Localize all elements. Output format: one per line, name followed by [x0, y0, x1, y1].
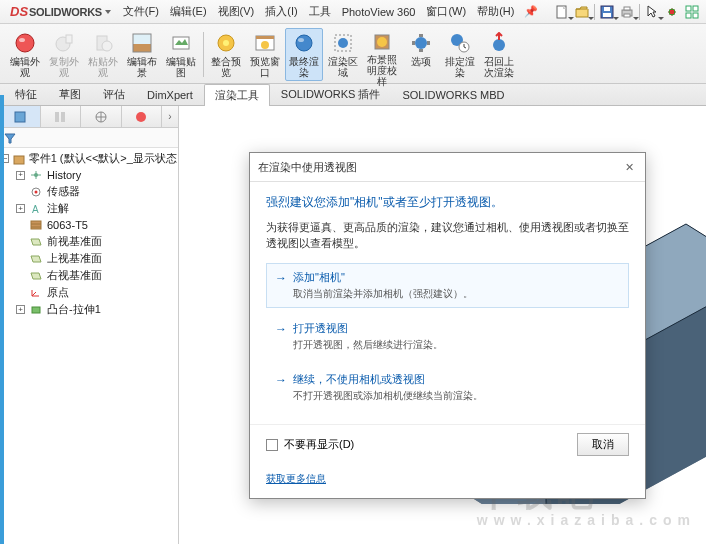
svg-text:A: A	[32, 204, 39, 215]
sidetab-config[interactable]	[81, 106, 122, 127]
tree-item[interactable]: 6063-T5	[0, 217, 178, 233]
rib-recall-render[interactable]: 召回上次渲染	[480, 28, 518, 81]
svg-rect-3	[604, 7, 610, 11]
sidetab-appearance[interactable]	[122, 106, 163, 127]
tree-item[interactable]: 右视基准面	[0, 267, 178, 284]
history-icon	[28, 168, 44, 182]
qat-rebuild[interactable]	[662, 3, 682, 21]
expand-icon[interactable]: +	[16, 171, 25, 180]
rib-copy-appearance[interactable]: 复制外观	[45, 28, 83, 81]
extrude-icon	[28, 303, 44, 317]
option-add-camera[interactable]: →添加"相机" 取消当前渲染并添加相机（强烈建议）。	[266, 263, 629, 308]
tree-item[interactable]: 上视基准面	[0, 250, 178, 267]
tree-item[interactable]: 前视基准面	[0, 233, 178, 250]
tab-sw-mbd[interactable]: SOLIDWORKS MBD	[391, 85, 515, 105]
menu-edit[interactable]: 编辑(E)	[165, 1, 212, 22]
rib-options[interactable]: 选项	[402, 28, 440, 81]
rib-final-render[interactable]: 最终渲染	[285, 28, 323, 81]
rib-lighting-proof[interactable]: 布景照明度校样	[363, 28, 401, 81]
dont-show-label[interactable]: 不要再显示(D)	[284, 437, 354, 452]
tab-dimxpert[interactable]: DimXpert	[136, 85, 204, 105]
svg-rect-44	[61, 112, 65, 122]
close-icon[interactable]: ✕	[621, 159, 637, 175]
svg-point-13	[16, 34, 34, 52]
svg-rect-35	[419, 34, 423, 37]
arrow-icon: →	[275, 373, 287, 387]
plane-icon	[28, 252, 44, 266]
rib-edit-scene[interactable]: 编辑布景	[123, 28, 161, 81]
cancel-button[interactable]: 取消	[577, 433, 629, 456]
window-edge	[0, 95, 4, 544]
menu-window[interactable]: 窗口(W)	[421, 1, 471, 22]
svg-rect-2	[603, 13, 611, 17]
menu-insert[interactable]: 插入(I)	[260, 1, 302, 22]
svg-rect-38	[427, 41, 430, 45]
svg-point-14	[19, 38, 25, 42]
dont-show-checkbox[interactable]	[266, 439, 278, 451]
sidetab-tree[interactable]	[0, 106, 41, 127]
tree-item[interactable]: +A注解	[0, 200, 178, 217]
expand-icon[interactable]: +	[16, 305, 25, 314]
tree-root[interactable]: − 零件1 (默认<<默认>_显示状态 1>)	[0, 150, 178, 167]
svg-point-48	[34, 173, 38, 177]
menu-help[interactable]: 帮助(H)	[472, 1, 519, 22]
plane-icon	[28, 235, 44, 249]
svg-rect-52	[31, 221, 41, 229]
qat-settings[interactable]	[682, 3, 702, 21]
option-open-perspective[interactable]: →打开透视图 打开透视图，然后继续进行渲染。	[266, 314, 629, 359]
menu-file[interactable]: 文件(F)	[118, 1, 164, 22]
tab-evaluate[interactable]: 评估	[92, 83, 136, 106]
sidetab-expand[interactable]: ›	[162, 106, 178, 127]
svg-rect-20	[133, 34, 151, 44]
qat-save[interactable]	[597, 3, 617, 21]
origin-icon	[28, 286, 44, 300]
svg-rect-19	[133, 44, 151, 52]
tree-item[interactable]: 传感器	[0, 183, 178, 200]
filter-row	[0, 128, 178, 148]
qat-print[interactable]	[617, 3, 637, 21]
tree-item[interactable]: 原点	[0, 284, 178, 301]
rib-render-region[interactable]: 渲染区域	[324, 28, 362, 81]
tab-sw-addins[interactable]: SOLIDWORKS 插件	[270, 83, 392, 106]
svg-rect-26	[256, 36, 274, 39]
filter-icon[interactable]	[4, 132, 16, 144]
svg-rect-10	[693, 6, 698, 11]
option-continue[interactable]: →继续，不使用相机或透视图 不打开透视图或添加相机便继续当前渲染。	[266, 365, 629, 410]
rib-paste-appearance[interactable]: 粘贴外观	[84, 28, 122, 81]
pin-icon[interactable]: 📌	[524, 5, 538, 18]
menu-photoview[interactable]: PhotoView 360	[337, 3, 421, 21]
tree-item[interactable]: +History	[0, 167, 178, 183]
annotation-icon: A	[28, 202, 44, 216]
dialog-footer: 不要再显示(D) 取消	[250, 424, 645, 466]
rib-preview-window[interactable]: 预览窗口	[246, 28, 284, 81]
rib-edit-decal[interactable]: 编辑贴图	[162, 28, 200, 81]
svg-point-31	[338, 38, 348, 48]
command-tabs: 特征 草图 评估 DimXpert 渲染工具 SOLIDWORKS 插件 SOL…	[0, 84, 706, 106]
svg-point-18	[102, 41, 112, 51]
perspective-dialog: 在渲染中使用透视图 ✕ 强烈建议您添加"相机"或者至少打开透视图。 为获得更逼真…	[249, 152, 646, 499]
rib-preview-integrate[interactable]: 整合预览	[207, 28, 245, 81]
feature-manager: › − 零件1 (默认<<默认>_显示状态 1>) +History 传感器 +…	[0, 106, 179, 544]
tree-item[interactable]: +凸台-拉伸1	[0, 301, 178, 318]
more-info-link[interactable]: 获取更多信息	[266, 473, 326, 484]
part-icon	[12, 152, 26, 166]
menu-tools[interactable]: 工具	[304, 1, 336, 22]
qat-select[interactable]	[642, 3, 662, 21]
sidetab-property[interactable]	[41, 106, 82, 127]
feature-tree: − 零件1 (默认<<默认>_显示状态 1>) +History 传感器 +A注…	[0, 148, 178, 320]
svg-rect-53	[32, 307, 40, 313]
menu-view[interactable]: 视图(V)	[213, 1, 260, 22]
svg-rect-11	[686, 13, 691, 18]
tab-render-tools[interactable]: 渲染工具	[204, 84, 270, 107]
svg-rect-9	[686, 6, 691, 11]
arrow-icon: →	[275, 271, 287, 285]
qat-new[interactable]	[552, 3, 572, 21]
rib-schedule-render[interactable]: 排定渲染	[441, 28, 479, 81]
rib-edit-appearance[interactable]: 编辑外观	[6, 28, 44, 81]
tab-sketch[interactable]: 草图	[48, 83, 92, 106]
qat-open[interactable]	[572, 3, 592, 21]
tab-feature[interactable]: 特征	[4, 83, 48, 106]
svg-rect-43	[55, 112, 59, 122]
svg-rect-5	[624, 7, 630, 10]
expand-icon[interactable]: +	[16, 204, 25, 213]
